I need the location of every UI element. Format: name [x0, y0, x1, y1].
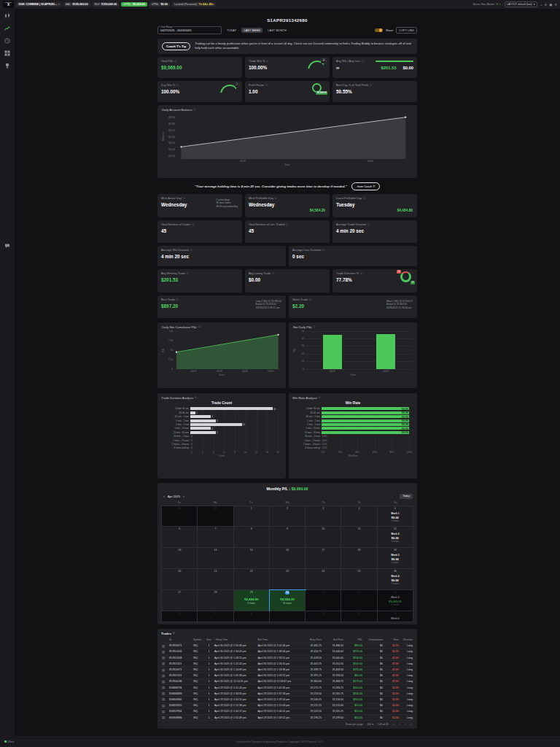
- calendar-day-cell[interactable]: 6: [234, 611, 270, 622]
- info-icon[interactable]: ⓘ: [360, 272, 363, 275]
- history-clock-icon[interactable]: [4, 37, 11, 44]
- table-row[interactable]: ▤856808886/NQ1April 29 2025 @ 1:55:49 pm…: [161, 715, 413, 721]
- calendar-day-cell[interactable]: 12Week 2$0.000 trades: [378, 527, 413, 548]
- next-page-button[interactable]: >: [404, 723, 405, 726]
- calendar-day-cell[interactable]: 2: [270, 506, 306, 527]
- calendar-day-cell[interactable]: 6: [162, 527, 198, 548]
- refresh-icon[interactable]: ⟳: [544, 3, 547, 7]
- calendar-today-button[interactable]: Today: [400, 494, 413, 499]
- journal-icon[interactable]: ▤: [162, 710, 165, 713]
- next-month-button[interactable]: ›: [182, 494, 186, 498]
- account-selector[interactable]: 150K COMBINE | S1APR291... ▾: [16, 2, 61, 7]
- info-icon[interactable]: ⓘ: [186, 272, 189, 275]
- calendar-day-cell[interactable]: 14: [198, 548, 233, 569]
- info-icon[interactable]: ⓘ: [193, 108, 196, 111]
- calendar-day-cell[interactable]: 20: [162, 569, 198, 590]
- table-row[interactable]: ▤857812658/NQ1April 30 2025 @ 1:28:15 pm…: [161, 655, 413, 661]
- info-icon[interactable]: ⓘ: [272, 272, 275, 275]
- journal-icon[interactable]: ▤: [162, 662, 165, 665]
- from-coach-button[interactable]: - from Coach T!: [351, 182, 380, 190]
- table-row[interactable]: ▤856868794/NQ1April 29 2025 @ 2:41:20 pm…: [161, 685, 413, 691]
- calendar-day-cell[interactable]: 19Week 3$0.000 trades: [378, 548, 413, 569]
- calendar-day-cell[interactable]: 21: [198, 569, 233, 590]
- calendar-day-cell[interactable]: 10Week 6$0.000 trades: [378, 611, 413, 622]
- today-filter-button[interactable]: TODAY: [225, 28, 238, 33]
- column-header[interactable]: Size: [204, 638, 214, 641]
- journal-icon[interactable]: ▤: [162, 644, 165, 648]
- prev-page-button[interactable]: <: [399, 723, 400, 726]
- calendar-day-cell[interactable]: 17: [306, 548, 341, 569]
- calendar-day-cell[interactable]: 31: [198, 506, 233, 527]
- info-icon[interactable]: ⓘ: [368, 223, 370, 226]
- calendar-day-cell[interactable]: 3Week 5$9,069.0045 trades: [378, 590, 413, 611]
- table-row[interactable]: ▤857814026/NQ1April 30 2025 @ 1:34:24 pm…: [161, 649, 413, 655]
- calendar-day-cell[interactable]: 16: [270, 548, 306, 569]
- calendar-day-cell[interactable]: 30$4,584.2036 trades: [270, 590, 306, 611]
- journal-icon[interactable]: ▤: [162, 656, 165, 659]
- calendar-day-cell[interactable]: 2: [341, 590, 377, 611]
- calendar-day-cell[interactable]: 4: [341, 506, 377, 527]
- journal-icon[interactable]: ▤: [162, 650, 165, 654]
- share-toggle[interactable]: [375, 28, 383, 33]
- table-row[interactable]: ▤856818964/NQ1April 29 2025 @ 2:04:17 pm…: [161, 709, 413, 715]
- journal-icon[interactable]: ▤: [162, 697, 165, 701]
- calendar-day-cell[interactable]: 23: [270, 569, 306, 590]
- column-header[interactable]: ↓Entry Time: [214, 638, 257, 641]
- performance-stats-icon[interactable]: [4, 25, 11, 31]
- calendar-day-cell[interactable]: 25: [341, 569, 377, 590]
- table-row[interactable]: ▤857858471/NQ1April 30 2025 @ 1:56:46 pm…: [161, 643, 413, 649]
- layout-grid-icon[interactable]: ▣: [549, 3, 552, 7]
- calendar-day-cell[interactable]: 9: [270, 527, 306, 548]
- journal-icon[interactable]: ▤: [162, 668, 165, 672]
- column-header[interactable]: Commissions: [363, 638, 384, 641]
- journal-icon[interactable]: ▤: [162, 686, 165, 689]
- date-range-input[interactable]: Date Range 04/27/2025 - 05/03/2025: [158, 26, 222, 34]
- calendar-day-cell[interactable]: 24: [306, 569, 341, 590]
- info-icon[interactable]: ⓘ: [274, 197, 277, 200]
- calendar-day-cell[interactable]: 1: [234, 506, 270, 527]
- calendar-day-cell[interactable]: 22: [234, 569, 270, 590]
- calendar-day-cell[interactable]: 15: [234, 548, 270, 569]
- journal-icon[interactable]: ▤: [162, 704, 165, 708]
- last-month-filter-button[interactable]: LAST MONTH: [265, 28, 289, 33]
- journal-icon[interactable]: ▤: [162, 680, 165, 684]
- last-week-filter-button[interactable]: LAST WEEK: [241, 28, 262, 33]
- info-icon[interactable]: ⓘ: [192, 223, 195, 226]
- table-row[interactable]: ▤857807421/NQ1April 30 2025 @ 1:05:58 pm…: [161, 673, 413, 679]
- column-header[interactable]: Symbol: [192, 638, 204, 641]
- journal-icon[interactable]: ▤: [162, 716, 165, 719]
- calendar-day-cell[interactable]: 18: [341, 548, 377, 569]
- last-page-button[interactable]: >|: [409, 723, 412, 726]
- info-icon[interactable]: ⓘ: [363, 197, 366, 200]
- prev-month-button[interactable]: ‹: [162, 494, 166, 498]
- calendar-day-cell[interactable]: 10: [306, 527, 341, 548]
- column-header[interactable]: Fees: [384, 638, 400, 641]
- info-icon[interactable]: ⓘ: [370, 84, 373, 87]
- topstep-logo[interactable]: TOPSTEP X: [3, 1, 14, 8]
- calendar-day-cell[interactable]: 29$4,484.809 trades: [234, 590, 270, 611]
- calendar-day-cell[interactable]: 8: [306, 611, 341, 622]
- info-icon[interactable]: ⓘ: [265, 84, 268, 87]
- table-row[interactable]: ▤856844862/NQ1April 29 2025 @ 2:24:52 pm…: [161, 697, 413, 703]
- info-icon[interactable]: ⓘ: [314, 325, 316, 328]
- table-row[interactable]: ▤857811421/NQ1April 30 2025 @ 1:21:42 pm…: [161, 661, 413, 667]
- trophy-icon[interactable]: [4, 62, 11, 69]
- column-header[interactable]: Exit Time: [257, 638, 301, 641]
- info-icon[interactable]: ⓘ: [176, 298, 179, 301]
- info-icon[interactable]: ⓘ: [362, 60, 365, 63]
- info-icon[interactable]: ⓘ: [190, 249, 193, 252]
- table-row[interactable]: ▤856826815/NQ1April 29 2025 @ 2:12:38 pm…: [161, 703, 413, 709]
- info-icon[interactable]: ⓘ: [286, 223, 289, 226]
- info-icon[interactable]: ⓘ: [173, 632, 176, 635]
- info-icon[interactable]: ⓘ: [322, 249, 325, 252]
- table-row[interactable]: ▤857810671/NQ1April 30 2025 @ 1:14:09 pm…: [161, 667, 413, 673]
- info-icon[interactable]: ⓘ: [174, 60, 177, 63]
- support-chat-icon[interactable]: [4, 242, 11, 249]
- calendar-day-cell[interactable]: 3: [306, 506, 341, 527]
- coach-tip-button[interactable]: Coach T's Tip: [162, 42, 190, 50]
- calendar-day-cell[interactable]: 11: [341, 527, 377, 548]
- calendar-day-cell[interactable]: 28: [198, 590, 233, 611]
- info-icon[interactable]: ⓘ: [198, 325, 201, 328]
- table-row[interactable]: ▤856848883/NQ1April 29 2025 @ 2:33:05 pm…: [161, 691, 413, 697]
- first-page-button[interactable]: |<: [392, 723, 395, 726]
